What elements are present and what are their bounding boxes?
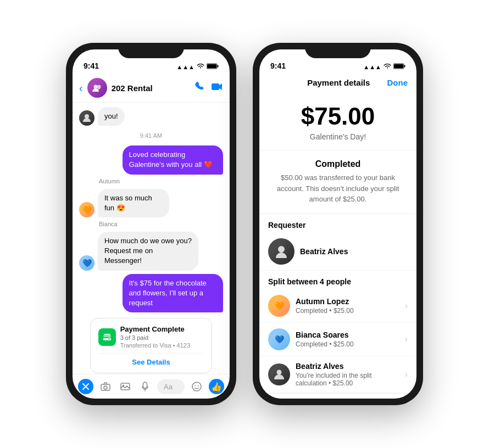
split-person-row-bianca[interactable]: 💙 Bianca Soares Completed • $25.00 › — [259, 323, 416, 356]
time-left: 9:41 — [84, 61, 99, 70]
signal-icon: ▲▲▲ — [176, 64, 195, 70]
avatar-autumn-small: 🧡 — [79, 202, 95, 217]
sender-label: Bianca — [99, 221, 223, 227]
payment-text: Payment Complete 3 of 3 paid Transferred… — [120, 325, 190, 349]
status-icons-right: ▲▲▲ — [363, 63, 405, 70]
bianca-name: Bianca Soares — [296, 331, 399, 339]
requester-name: Beatriz Alves — [300, 247, 408, 256]
notch-right — [305, 43, 371, 58]
chevron-icon: › — [405, 301, 408, 311]
gallery-button[interactable] — [118, 379, 133, 394]
phone-icon[interactable] — [195, 82, 204, 94]
group-avatar — [87, 78, 107, 98]
svg-point-25 — [277, 369, 282, 374]
message-bubble: Loved celebrating Galentine's with you a… — [123, 145, 223, 174]
time-right: 9:41 — [270, 61, 286, 70]
avatar-bianca-small: 💙 — [79, 255, 95, 271]
right-phone: 9:41 ▲▲▲ Payment details Done — [253, 43, 423, 405]
back-button[interactable]: ‹ — [79, 82, 83, 94]
message-bubble: It was so much fun 😍 — [98, 189, 169, 217]
chat-area: you! 9:41 AM Loved celebrating Galentine… — [73, 103, 230, 374]
wifi-icon-right — [384, 64, 391, 70]
amount-label: Galentine's Day! — [268, 132, 408, 141]
avatar-beatriz-split — [268, 363, 290, 385]
camera-button[interactable] — [98, 379, 113, 394]
input-bar: Aa 👍 — [73, 374, 230, 399]
svg-rect-2 — [218, 65, 219, 68]
messenger-header: ‹ 202 Rental — [73, 74, 230, 103]
payment-card-header: Payment Complete 3 of 3 paid Transferred… — [98, 325, 204, 349]
amount-value: $75.00 — [268, 103, 408, 130]
message-bubble: It's $75 for the chocolate and flowers, … — [123, 274, 223, 313]
like-button[interactable]: 👍 — [209, 379, 224, 394]
message-input[interactable]: Aa — [157, 379, 185, 394]
mic-button[interactable] — [137, 379, 153, 394]
message-bubble: How much do we owe you? Request me on Me… — [98, 232, 198, 271]
avatar-beatriz-small — [79, 110, 95, 126]
message-with-avatar: 🧡 It was so much fun 😍 — [79, 189, 181, 217]
svg-rect-22 — [394, 64, 403, 68]
requester-info: Beatriz Alves — [300, 247, 408, 256]
payment-detail-title: Payment details — [307, 78, 370, 87]
notch — [118, 43, 184, 58]
svg-point-6 — [85, 114, 89, 119]
battery-icon — [207, 63, 219, 70]
avatar-autumn: 🧡 — [268, 295, 290, 317]
autumn-status: Completed • $25.00 — [296, 307, 399, 315]
left-phone: 9:41 ▲▲▲ ‹ 202 Rental — [66, 43, 236, 405]
message-row: Loved celebrating Galentine's with you a… — [79, 145, 223, 174]
svg-point-18 — [192, 382, 201, 391]
payment-detail-header: Payment details Done — [259, 74, 416, 92]
close-button[interactable] — [78, 379, 93, 394]
svg-rect-23 — [404, 65, 405, 68]
message-row: 🧡 It was so much fun 😍 — [79, 189, 223, 217]
split-section-header: Split between 4 people — [259, 271, 416, 289]
amount-section: $75.00 Galentine's Day! — [259, 92, 416, 150]
emoji-button[interactable] — [189, 379, 204, 394]
avatar-beatriz-requester — [268, 238, 294, 265]
footer-note: People will see the amount you requested… — [259, 393, 416, 399]
bianca-status: Completed • $25.00 — [296, 340, 399, 348]
split-person-row-autumn[interactable]: 🧡 Autumn Lopez Completed • $25.00 › — [259, 289, 416, 323]
scene: 9:41 ▲▲▲ ‹ 202 Rental — [0, 32, 489, 416]
autumn-info: Autumn Lopez Completed • $25.00 — [296, 297, 399, 315]
svg-point-3 — [93, 85, 97, 89]
svg-point-24 — [278, 246, 285, 253]
completed-description: $50.00 was transferred to your bank acco… — [268, 172, 408, 205]
video-icon[interactable] — [211, 82, 223, 94]
message-row: It's $75 for the chocolate and flowers, … — [79, 274, 223, 313]
chat-title: 202 Rental — [112, 83, 195, 93]
battery-icon-right — [393, 63, 405, 70]
chevron-icon-bianca: › — [405, 334, 408, 344]
payment-complete-icon — [98, 328, 116, 346]
svg-rect-16 — [143, 382, 147, 388]
svg-point-20 — [198, 385, 199, 387]
payment-detail-area: $75.00 Galentine's Day! Completed $50.00… — [259, 92, 416, 399]
svg-rect-1 — [207, 64, 216, 68]
completed-section: Completed $50.00 was transferred to your… — [259, 150, 416, 214]
status-icons-left: ▲▲▲ — [176, 63, 219, 70]
payment-card: Payment Complete 3 of 3 paid Transferred… — [90, 318, 213, 373]
wifi-icon — [197, 64, 204, 70]
done-button[interactable]: Done — [387, 78, 408, 87]
payment-detail: Transferred to Visa • 4123 — [120, 342, 190, 349]
message-with-avatar: 💙 How much do we owe you? Request me on … — [79, 232, 223, 271]
split-person-row-beatriz[interactable]: Beatriz Alves You're included in the spl… — [259, 356, 416, 393]
signal-icon-right: ▲▲▲ — [363, 64, 381, 70]
beatriz-status: You're included in the split calculation… — [296, 372, 399, 387]
see-details-button[interactable]: See Details — [98, 353, 204, 366]
sender-label: Autumn — [99, 178, 223, 184]
requester-section-header: Requester — [259, 214, 416, 233]
message-with-avatar: you! — [79, 107, 125, 126]
requester-row[interactable]: Beatriz Alves — [259, 233, 416, 271]
message-row: you! — [79, 107, 223, 126]
payment-title: Payment Complete — [120, 325, 190, 333]
message-bubble: you! — [98, 107, 125, 126]
svg-point-19 — [195, 385, 196, 387]
header-actions — [195, 82, 223, 94]
message-row: 💙 How much do we owe you? Request me on … — [79, 232, 223, 271]
svg-point-13 — [104, 386, 107, 389]
avatar-bianca: 💙 — [268, 328, 290, 350]
message-timestamp: 9:41 AM — [79, 132, 223, 139]
completed-title: Completed — [268, 159, 408, 169]
